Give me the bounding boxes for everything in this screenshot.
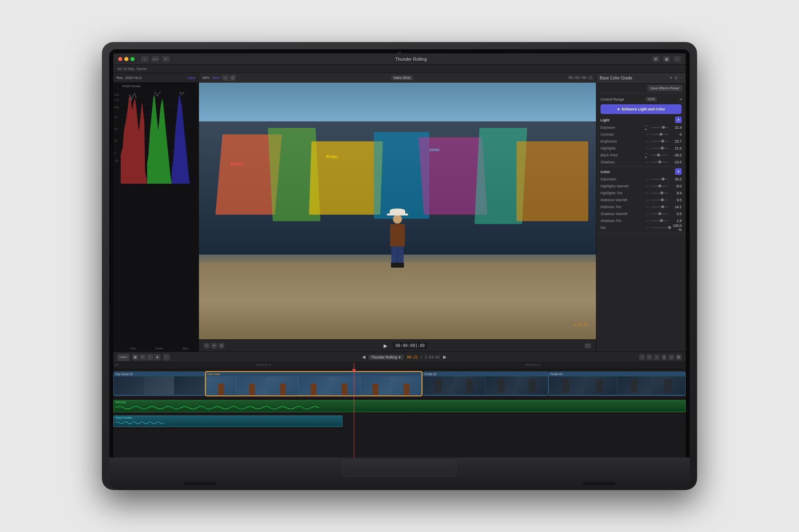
prev-clip-btn[interactable]: ◀ bbox=[362, 354, 365, 360]
shadows-control[interactable]: — -13.5 bbox=[645, 160, 682, 165]
info-icon[interactable]: ⓘ bbox=[230, 75, 236, 81]
import-icon[interactable]: ↓ bbox=[141, 56, 148, 62]
save-effects-row: Save Effects Preset bbox=[596, 84, 686, 93]
index-btn[interactable]: Index bbox=[117, 354, 130, 361]
mid-tint-label: Midtones Tint bbox=[600, 205, 645, 209]
collapse-icon[interactable]: ▼ bbox=[669, 76, 673, 80]
contrast-slider[interactable] bbox=[651, 134, 668, 135]
share-icon[interactable]: ↑ bbox=[673, 56, 681, 62]
mix-slider[interactable] bbox=[651, 227, 668, 228]
zoom-out-btn[interactable]: − bbox=[639, 354, 645, 360]
blackpoint-label: Black Point bbox=[600, 153, 645, 157]
saturation-control[interactable]: — 20.5 bbox=[645, 177, 682, 182]
clip-name: Thunder Rolling bbox=[371, 355, 397, 359]
more-tl-btn[interactable]: ⊞ bbox=[676, 354, 682, 360]
list-view-btn[interactable]: ≡ bbox=[139, 354, 146, 361]
mid-warmth-slider[interactable] bbox=[651, 200, 668, 200]
hl-tint-control[interactable]: — 8.9 bbox=[645, 191, 682, 196]
minimize-button[interactable] bbox=[124, 57, 128, 61]
layout-icon[interactable]: ▦ bbox=[663, 56, 670, 62]
saturation-slider[interactable] bbox=[651, 179, 668, 180]
hl-warmth-slider[interactable] bbox=[651, 186, 668, 187]
vinyl-waveform bbox=[115, 420, 340, 426]
title-bar-right: ⊞ ▦ ↑ bbox=[652, 56, 681, 62]
view-btn[interactable]: View bbox=[212, 76, 220, 80]
vinyl-crackle-label: Vinyl Crackle bbox=[114, 416, 342, 420]
trim-tool[interactable]: ✂ bbox=[211, 343, 217, 349]
blackpoint-control[interactable]: —● -28.5 bbox=[645, 153, 682, 158]
next-clip-btn[interactable]: ▶ bbox=[443, 354, 446, 360]
headphones-btn[interactable]: ♩ bbox=[654, 354, 660, 360]
shad-warmth-row: Shadows Warmth — -3.5 bbox=[600, 210, 682, 217]
exposure-control[interactable]: —● 31.9 bbox=[645, 125, 682, 130]
check-icon[interactable]: ✓ bbox=[162, 56, 170, 62]
full-screen-btn[interactable]: ⛶ bbox=[585, 343, 591, 348]
transport-timecode: 00:00:001:00 bbox=[393, 343, 427, 349]
highlights-slider[interactable] bbox=[651, 148, 668, 149]
reset-icon[interactable]: ↺ bbox=[674, 76, 678, 80]
profile02-clip[interactable]: Profile 02 bbox=[422, 372, 548, 396]
save-effects-preset-btn[interactable]: Save Effects Preset bbox=[647, 85, 682, 91]
color-params: Saturation — 20.5 bbox=[600, 176, 682, 231]
enhance-btn[interactable]: ✦ Enhance Light and Color bbox=[600, 104, 682, 114]
close-button[interactable] bbox=[118, 57, 122, 61]
scope-view-btn[interactable]: View bbox=[188, 76, 195, 80]
vinyl-crackle-clip[interactable]: Vinyl Crackle bbox=[113, 415, 342, 427]
lock-btn[interactable]: ∥ bbox=[661, 354, 667, 360]
enhance-btn-label: Enhance Light and Color bbox=[622, 107, 665, 111]
grid-icon[interactable]: ⊞ bbox=[652, 56, 660, 62]
marker-btn[interactable]: ↓ bbox=[163, 354, 170, 361]
scope-title: RGB Parade bbox=[121, 84, 199, 89]
left-panel: Rec. 2020 HLG View RGB Parade 120 114 10… bbox=[113, 73, 199, 352]
trackpad[interactable] bbox=[342, 460, 457, 476]
screen: ↓ ○— ✓ Thunder Rolling ⊞ ▦ ↑ 4K 23.98p, … bbox=[113, 53, 686, 457]
timeline-nav-center: ◀ Thunder Rolling ▼ 00:21 / 1:54:01 ▶ bbox=[362, 354, 446, 360]
snap-btn[interactable]: □ bbox=[669, 354, 674, 360]
shad-tint-slider[interactable] bbox=[651, 220, 668, 221]
riff-waveform bbox=[115, 404, 684, 411]
riff-intro-clip[interactable]: Riff Intro bbox=[113, 400, 686, 412]
audio-view-btn[interactable]: ♪ bbox=[147, 354, 153, 361]
position-sep: / bbox=[420, 355, 422, 359]
hl-tint-value: 8.9 bbox=[669, 191, 682, 195]
profile04-label: Profile 04 bbox=[549, 372, 685, 376]
zoom-tool[interactable]: ⊙ bbox=[219, 343, 224, 349]
mix-control[interactable]: — 100.0 % bbox=[645, 224, 682, 232]
brightness-control[interactable]: — 23.7 bbox=[645, 139, 682, 144]
shadows-slider[interactable] bbox=[651, 162, 668, 163]
maximize-button[interactable] bbox=[130, 57, 135, 61]
exposure-slider[interactable] bbox=[651, 127, 668, 128]
viewer-mode-btn[interactable]: □ bbox=[204, 343, 210, 349]
control-range-section: Control Range SDR ◀ ✦ Enhance Light and … bbox=[596, 93, 686, 234]
shad-tint-control[interactable]: — 1.8 bbox=[645, 218, 682, 223]
shad-warmth-control[interactable]: — -3.5 bbox=[645, 211, 682, 216]
clip-dropdown-icon[interactable]: ▼ bbox=[398, 356, 401, 359]
shad-warmth-slider[interactable] bbox=[651, 213, 668, 214]
blackpoint-slider[interactable] bbox=[651, 155, 668, 156]
hl-warmth-control[interactable]: — -8.0 bbox=[645, 184, 682, 189]
contrast-control[interactable]: — 0 bbox=[645, 132, 682, 137]
color-section-icon[interactable]: ✦ bbox=[675, 168, 682, 175]
contrast-value: 0 bbox=[669, 132, 682, 136]
scope-content: RGB Parade 120 114 100 75 50 25 0 bbox=[113, 83, 199, 352]
hl-tint-slider[interactable] bbox=[651, 193, 668, 193]
sdr-arrow[interactable]: ◀ bbox=[679, 97, 682, 101]
highlights-control[interactable]: — 21.6 bbox=[645, 146, 682, 151]
mid-tint-slider[interactable] bbox=[651, 207, 668, 207]
scope-toggle[interactable]: □ bbox=[222, 75, 229, 81]
brightness-slider[interactable] bbox=[651, 141, 668, 142]
city-street-clip[interactable]: City Street 03 bbox=[113, 372, 205, 396]
angle-view-btn[interactable]: ◈ bbox=[154, 354, 161, 361]
profile04-clip[interactable]: Profile 04 bbox=[548, 372, 686, 396]
viewer-top-bar: 48% View □ ⓘ Hero Shot 00:00:00:21 bbox=[199, 73, 596, 83]
mid-tint-control[interactable]: — 14.1 bbox=[645, 204, 682, 209]
hero-shot-clip[interactable]: Hero Shot bbox=[205, 371, 423, 396]
clip-view-btn[interactable]: ▦ bbox=[132, 354, 139, 361]
play-button[interactable]: ▶ bbox=[382, 342, 390, 350]
clip-icon[interactable]: ○— bbox=[152, 56, 159, 62]
light-color-icon[interactable]: ✦ bbox=[675, 117, 682, 123]
mid-warmth-control[interactable]: — 9.5 bbox=[645, 198, 682, 202]
more-icon[interactable]: ··· bbox=[679, 76, 682, 80]
zoom-in-btn[interactable]: + bbox=[647, 354, 652, 360]
profile02-label: Profile 02 bbox=[423, 372, 548, 376]
